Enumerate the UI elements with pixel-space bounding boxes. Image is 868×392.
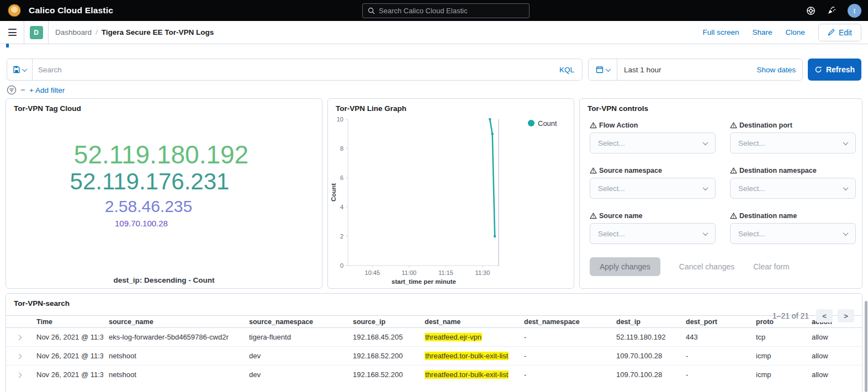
breadcrumb-dashboard[interactable]: Dashboard (55, 28, 92, 36)
pagination-label: 1–21 of 21 (772, 311, 809, 320)
tag-cloud-footer: dest_ip: Descending - Count (6, 276, 322, 284)
warning-icon (590, 167, 597, 174)
chevron-down-icon (703, 185, 708, 190)
search-icon (368, 7, 375, 14)
column-header-dest_name[interactable]: dest_name (419, 316, 518, 328)
chevron-down-icon (22, 66, 28, 72)
apply-changes-button[interactable]: Apply changes (590, 257, 660, 276)
line-graph-panel: Tor-VPN Line Graph 024681010:4511:0011:1… (327, 98, 574, 289)
control-field-label: Destination port (730, 121, 856, 129)
full-screen-link[interactable]: Full screen (703, 28, 739, 36)
line-chart: 024681010:4511:0011:1511:30Countstart_ti… (328, 114, 574, 287)
chevron-down-icon (605, 66, 611, 72)
control-select[interactable]: Select... (590, 133, 716, 153)
share-link[interactable]: Share (753, 28, 772, 36)
control-select[interactable]: Select... (730, 223, 856, 244)
dashboard-navbar: D Dashboard / Tigera Secure EE Tor-VPN L… (0, 21, 868, 44)
svg-text:11:15: 11:15 (438, 269, 453, 276)
highlighted-value: threatfeed.tor-bulk-exit-list (425, 352, 509, 360)
legend-dot[interactable] (528, 120, 534, 126)
tag-cloud-term[interactable]: 52.119.176.231 (70, 168, 230, 195)
cancel-changes-button[interactable]: Cancel changes (679, 262, 734, 271)
control-field-label: Destination namespace (730, 167, 856, 174)
column-header-dest_port[interactable]: dest_port (680, 316, 750, 328)
date-picker-menu-button[interactable] (589, 59, 617, 80)
chevron-down-icon (843, 185, 849, 190)
expand-row-icon[interactable] (17, 354, 22, 359)
svg-text:10:45: 10:45 (365, 269, 380, 276)
filter-divider (21, 89, 25, 91)
column-header-dest_ip[interactable]: dest_ip (611, 316, 680, 328)
search-table-title: Tor-VPN-search (6, 294, 862, 308)
focus-tick (6, 44, 9, 47)
control-select[interactable]: Select... (730, 133, 856, 153)
warning-icon (730, 122, 737, 129)
count-line (490, 119, 495, 236)
calico-logo-icon[interactable] (8, 4, 21, 17)
svg-text:6: 6 (340, 174, 343, 181)
clone-link[interactable]: Clone (786, 28, 805, 36)
show-dates-link[interactable]: Show dates (756, 66, 796, 74)
highlighted-value: threatfeed.ejr-vpn (425, 333, 482, 341)
tag-cloud-panel: Tor-VPN Tag Cloud 52.119.180.19252.119.1… (6, 98, 322, 289)
column-header-source_ip[interactable]: source_ip (347, 316, 419, 328)
column-header-dest_namespace[interactable]: dest_namespace (518, 316, 611, 328)
legend-label[interactable]: Count (538, 119, 557, 128)
global-search-input[interactable] (379, 7, 517, 15)
table-row: Nov 26, 2021 @ 11:35:04.000netshootdev19… (6, 347, 862, 365)
pencil-icon (828, 29, 835, 36)
tag-cloud-term[interactable]: 52.119.180.192 (74, 140, 248, 169)
breadcrumb-separator: / (96, 28, 98, 36)
column-header-source_name[interactable]: source_name (103, 316, 244, 328)
edit-button[interactable]: Edit (818, 24, 861, 41)
prev-page-button[interactable]: < (816, 309, 833, 322)
x-axis-label: start_time per minute (391, 278, 456, 285)
search-input[interactable] (38, 66, 559, 74)
menu-hamburger-icon[interactable] (0, 21, 24, 44)
tag-cloud-term[interactable]: 2.58.46.235 (105, 197, 192, 216)
global-search[interactable] (362, 3, 530, 18)
expand-row-icon[interactable] (17, 335, 22, 341)
control-select[interactable]: Select... (590, 178, 716, 199)
column-header-time[interactable]: Time (31, 316, 103, 328)
global-header: Calico Cloud Elastic t (0, 0, 868, 21)
logs-table: Timesource_namesource_namespacesource_ip… (6, 315, 862, 384)
next-page-button[interactable]: > (838, 309, 854, 322)
control-select[interactable]: Select... (590, 223, 716, 244)
app-title: Calico Cloud Elastic (29, 6, 113, 15)
query-bar: KQL (7, 59, 583, 81)
chevron-down-icon (843, 230, 849, 236)
help-ring-icon[interactable] (806, 6, 816, 15)
filter-icon[interactable] (7, 85, 17, 95)
column-header-source_namespace[interactable]: source_namespace (244, 316, 347, 328)
refresh-button[interactable]: Refresh (808, 59, 861, 81)
svg-text:2: 2 (340, 233, 343, 240)
saved-query-icon (13, 66, 20, 73)
control-field-label: Flow Action (590, 121, 716, 129)
time-range-value[interactable]: Last 1 hour (624, 66, 756, 74)
search-table-panel: Tor-VPN-search 1–21 of 21 < > Timesource… (6, 293, 862, 392)
control-select[interactable]: Select... (730, 178, 856, 199)
svg-text:10: 10 (337, 116, 343, 123)
refresh-icon (814, 66, 822, 73)
news-party-popper-icon[interactable] (827, 6, 837, 15)
warning-icon (590, 213, 597, 219)
svg-text:11:30: 11:30 (475, 269, 490, 276)
column-header-expander[interactable] (6, 316, 31, 328)
expand-row-icon[interactable] (17, 373, 22, 378)
control-field-label: Destination name (730, 212, 856, 220)
tag-cloud-title: Tor-VPN Tag Cloud (6, 99, 322, 113)
avatar[interactable]: t (848, 4, 861, 18)
controls-title: Tor-VPN controls (580, 99, 862, 113)
tag-cloud-term[interactable]: 109.70.100.28 (115, 219, 168, 228)
page-title: Tigera Secure EE Tor-VPN Logs (102, 28, 214, 36)
chevron-down-icon (843, 140, 849, 145)
saved-query-menu-button[interactable] (7, 59, 33, 80)
kql-switch[interactable]: KQL (559, 66, 574, 74)
chevron-down-icon (703, 230, 708, 236)
highlighted-value: threatfeed.tor-bulk-exit-list (425, 370, 509, 379)
scrollbar[interactable] (865, 301, 867, 392)
add-filter-link[interactable]: + Add filter (29, 86, 65, 94)
clear-form-button[interactable]: Clear form (753, 262, 789, 271)
dashboard-badge[interactable]: D (30, 26, 43, 39)
